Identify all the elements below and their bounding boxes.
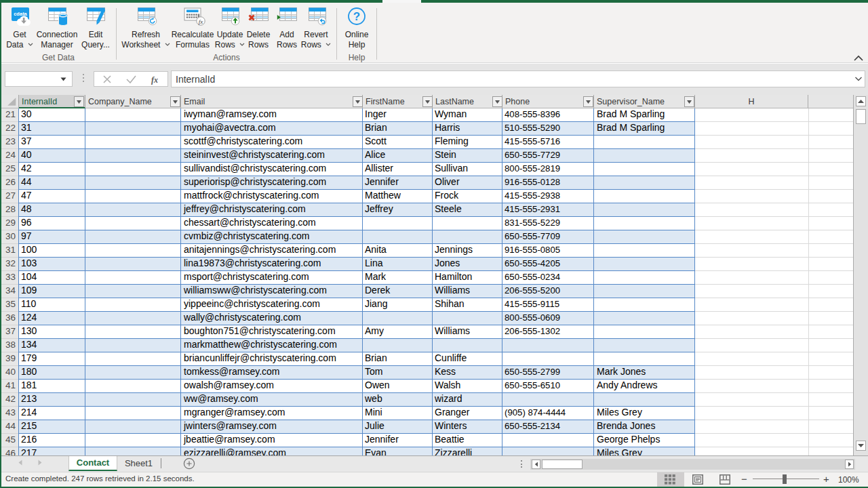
svg-text:fx: fx (151, 75, 158, 85)
svg-text:fx: fx (199, 18, 203, 25)
svg-text:cdata: cdata (14, 11, 27, 17)
svg-text:?: ? (353, 10, 360, 23)
